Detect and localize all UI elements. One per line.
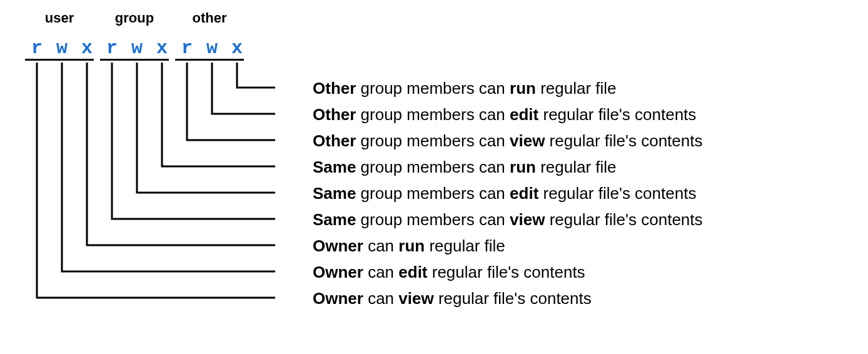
desc-row-7: Owner can edit regular file's contents (313, 264, 585, 280)
desc-action: view (510, 131, 545, 150)
desc-action: view (510, 210, 545, 229)
desc-mid: group members can (356, 105, 510, 124)
desc-subject: Same (313, 210, 356, 229)
desc-subject: Other (313, 79, 356, 98)
desc-row-6: Owner can run regular file (313, 238, 505, 254)
perm-other-r: r (178, 38, 196, 59)
desc-row-2: Other group members can view regular fil… (313, 133, 702, 149)
desc-subject: Owner (313, 236, 363, 255)
desc-mid: group members can (356, 184, 510, 203)
desc-tail: regular file (536, 158, 617, 176)
desc-action: run (398, 236, 425, 255)
perm-user-x: x (78, 38, 96, 59)
perm-other-x: x (228, 38, 246, 59)
desc-subject: Same (313, 158, 356, 176)
underline-group (100, 59, 169, 61)
desc-row-4: Same group members can edit regular file… (313, 185, 696, 201)
header-group: group (103, 10, 166, 26)
desc-subject: Same (313, 184, 356, 203)
desc-tail: regular file's contents (428, 263, 585, 281)
desc-subject: Owner (313, 263, 363, 281)
desc-mid: can (363, 236, 398, 255)
perm-other-w: w (203, 38, 221, 59)
desc-mid: group members can (356, 158, 510, 176)
desc-mid: can (363, 289, 398, 308)
desc-subject: Other (313, 131, 356, 150)
desc-row-0: Other group members can run regular file (313, 80, 617, 96)
desc-subject: Owner (313, 289, 363, 308)
desc-row-3: Same group members can run regular file (313, 159, 617, 175)
perm-user-r: r (28, 38, 46, 59)
desc-tail: regular file's contents (538, 184, 696, 203)
desc-subject: Other (313, 105, 356, 124)
desc-tail: regular file (536, 79, 617, 98)
perm-group-x: x (153, 38, 171, 59)
desc-tail: regular file's contents (545, 210, 702, 229)
desc-action: edit (510, 184, 538, 203)
desc-action: edit (510, 105, 538, 124)
desc-mid: group members can (356, 210, 510, 229)
header-user: user (28, 10, 91, 26)
permissions-diagram: user group other r w x r w x r w x Other… (0, 0, 868, 354)
desc-row-5: Same group members can view regular file… (313, 211, 703, 228)
desc-action: run (510, 79, 536, 98)
desc-row-1: Other group members can edit regular fil… (313, 106, 696, 123)
underline-user (25, 59, 94, 61)
desc-tail: regular file (425, 236, 505, 255)
perm-user-w: w (53, 38, 71, 59)
perm-group-r: r (103, 38, 121, 59)
desc-tail: regular file's contents (538, 105, 696, 124)
perm-group-w: w (128, 38, 146, 59)
header-other: other (178, 10, 241, 26)
desc-tail: regular file's contents (545, 131, 702, 150)
desc-action: run (510, 158, 536, 176)
desc-action: edit (398, 263, 427, 281)
desc-mid: group members can (356, 79, 510, 98)
desc-action: view (398, 289, 433, 308)
underline-other (175, 59, 244, 61)
desc-mid: group members can (356, 131, 510, 150)
desc-row-8: Owner can view regular file's contents (313, 290, 592, 306)
desc-tail: regular file's contents (434, 289, 592, 308)
desc-mid: can (363, 263, 398, 281)
